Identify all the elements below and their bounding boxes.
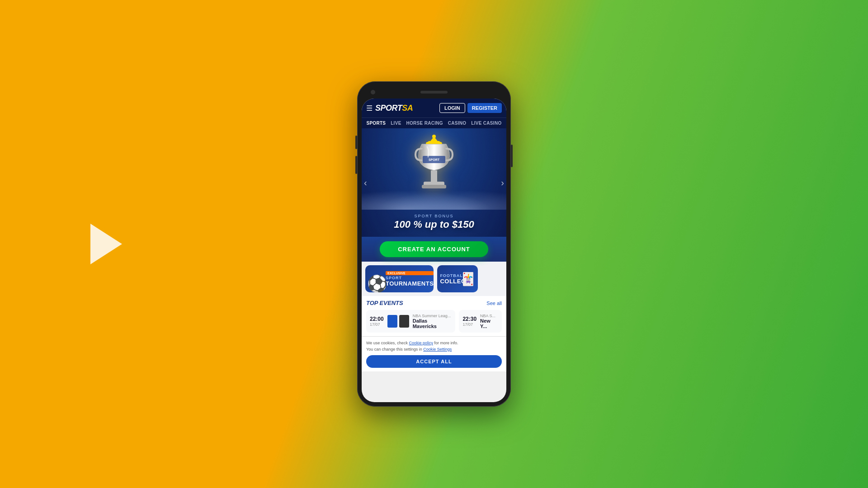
promo-card-tournaments[interactable]: ⚽ EXCLUSIVE SPORT TOURNAMENTS [365,265,434,292]
event-team-1: Dallas Mavericks [413,318,452,329]
play-triangle-icon [90,224,122,264]
event-time-block-1: 22:00 17/07 [370,316,384,327]
menu-item-horse-racing[interactable]: HORSE RACING [406,121,443,126]
svg-rect-5 [431,170,437,182]
event-league-1: NBA Summer Leag... [413,314,452,318]
menu-item-casino[interactable]: CASINO [448,121,467,126]
brand-logo: SPORTSA [375,103,413,113]
phone-mockup: ☰ SPORTSA LOGIN REGISTER SPORTS LIVE HOR… [357,81,511,407]
nav-left: ☰ SPORTSA [366,103,413,113]
cookie-text-2: for more info. [434,341,458,345]
cookie-settings-link[interactable]: Cookie Settings [423,347,452,352]
event-card-2[interactable]: 22:30 17/07 NBA S... New Y... [459,310,502,333]
cloud-effect [362,187,506,210]
carousel-prev-button[interactable]: ‹ [364,178,367,188]
front-camera [371,90,375,94]
register-button[interactable]: REGISTER [467,103,502,113]
soccer-ball-icon: ⚽ [367,274,387,292]
login-button[interactable]: LOGIN [439,103,465,113]
cta-section: CREATE AN ACCOUNT [362,237,506,262]
see-all-link[interactable]: See all [486,300,502,306]
cookie-policy-link[interactable]: Cookie policy [409,341,433,345]
events-title: TOP EVENTS [366,300,403,306]
menu-item-live-casino[interactable]: LIVE CASINO [471,121,501,126]
event-league-2: NBA S... [480,314,498,318]
event-date-2: 17/07 [462,322,476,327]
nav-right: LOGIN REGISTER [439,103,502,113]
cookie-text-1: We use cookies, check [366,341,409,345]
event-time-2: 22:30 [462,316,476,322]
create-account-button[interactable]: CREATE AN ACCOUNT [380,241,488,257]
promo-card-football[interactable]: 🃏 FOOTBALL COLLEC... [437,265,478,292]
app-navbar: ☰ SPORTSA LOGIN REGISTER [362,99,506,117]
jersey-away-1 [399,315,409,328]
promo-text-tournaments: EXCLUSIVE SPORT TOURNAMENTS [386,271,434,287]
sensor [493,90,497,94]
menu-item-sports[interactable]: SPORTS [366,121,386,126]
cards-icon: 🃏 [460,272,476,286]
cookie-text-3: You can change this settings in [366,347,423,352]
svg-point-1 [432,135,436,138]
svg-text:SPORT: SPORT [429,158,440,161]
hero-banner: ‹ › [362,128,506,237]
cookie-banner: We use cookies, check Cookie policy for … [362,336,506,371]
volume-up-button [355,136,357,149]
event-jerseys-1 [387,315,409,328]
event-teams-2: NBA S... New Y... [480,314,498,329]
event-date-1: 17/07 [370,322,384,327]
event-team-2: New Y... [480,318,498,329]
carousel-next-button[interactable]: › [501,178,504,188]
events-scroll: 22:00 17/07 NBA Summer Leag... Dallas Ma… [366,310,502,333]
phone-screen: ☰ SPORTSA LOGIN REGISTER SPORTS LIVE HOR… [362,99,506,402]
phone-top-bar [362,86,506,99]
phone-speaker [420,91,448,94]
play-button[interactable] [90,224,122,264]
phone-outer-shell: ☰ SPORTSA LOGIN REGISTER SPORTS LIVE HOR… [357,81,511,407]
hero-main-text: 100 % up to $150 [394,219,474,230]
events-header: TOP EVENTS See all [366,300,502,306]
event-card-1[interactable]: 22:00 17/07 NBA Summer Leag... Dallas Ma… [366,310,455,333]
promo-main-label-tournaments: TOURNAMENTS [386,280,434,287]
events-section: TOP EVENTS See all 22:00 17/07 [362,296,506,336]
menu-item-live[interactable]: LIVE [391,121,401,126]
hamburger-icon[interactable]: ☰ [366,104,373,113]
sport-bonus-label: SPORT BONUS [394,214,474,218]
jersey-home-1 [387,315,397,328]
accept-all-button[interactable]: ACCEPT ALL [366,355,502,368]
hero-text-block: SPORT BONUS 100 % up to $150 [394,214,474,230]
exclusive-badge: EXCLUSIVE [386,271,434,275]
power-button [511,145,513,167]
top-menu: SPORTS LIVE HORSE RACING CASINO LIVE CAS… [362,117,506,128]
event-time-1: 22:00 [370,316,384,322]
promo-row: ⚽ EXCLUSIVE SPORT TOURNAMENTS 🃏 FOOTBALL… [362,262,506,296]
event-time-block-2: 22:30 17/07 [462,316,476,327]
brand-accent: SA [402,103,413,113]
volume-down-button [355,156,357,174]
event-teams-1: NBA Summer Leag... Dallas Mavericks [413,314,452,329]
promo-sport-label-tournaments: SPORT [386,276,434,280]
